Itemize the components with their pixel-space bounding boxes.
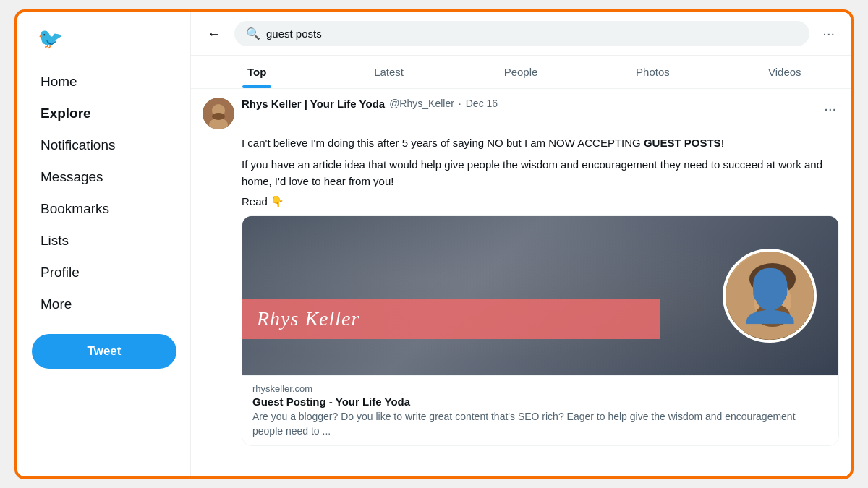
back-button[interactable]: ← <box>203 21 226 46</box>
tweet-body-bold: GUEST POSTS <box>644 137 721 149</box>
twitter-logo-icon: 🐦 <box>32 27 176 51</box>
svg-point-5 <box>749 263 796 295</box>
tweet-body-end: ! <box>721 137 724 149</box>
tweet-more-button[interactable]: ··· <box>821 98 839 120</box>
svg-point-8 <box>762 294 768 301</box>
sidebar: 🐦 Home Explore Notifications Messages Bo… <box>17 12 191 476</box>
card-name-banner: Rhys Keller <box>242 299 660 339</box>
app-container: 🐦 Home Explore Notifications Messages Bo… <box>14 9 854 479</box>
sidebar-item-explore[interactable]: Explore <box>32 98 176 129</box>
svg-point-3 <box>212 113 225 120</box>
author-handle: @Rhys_Keller <box>389 98 454 109</box>
tweet-date: Dec 16 <box>466 98 498 109</box>
tweet-header: Rhys Keller | Your Life Yoda @Rhys_Kelle… <box>203 98 839 129</box>
card-title: Guest Posting - Your Life Yoda <box>252 395 828 408</box>
portrait-face <box>726 252 814 340</box>
tweet-button[interactable]: Tweet <box>32 334 176 369</box>
search-icon: 🔍 <box>246 27 260 40</box>
tweet-read-more: Read 👇 <box>242 195 839 208</box>
tab-top[interactable]: Top <box>191 56 323 88</box>
tab-people[interactable]: People <box>455 56 587 88</box>
card-footer: rhyskeller.com Guest Posting - Your Life… <box>242 375 838 445</box>
tweet-meta: Rhys Keller | Your Life Yoda @Rhys_Kelle… <box>242 98 814 110</box>
tweet-card: Rhys Keller | Your Life Yoda @Rhys_Kelle… <box>191 89 851 456</box>
dot-separator: · <box>459 98 461 109</box>
tabs-row: Top Latest People Photos Videos <box>191 56 851 89</box>
tab-photos[interactable]: Photos <box>587 56 718 88</box>
card-portrait <box>723 249 817 343</box>
tweet-body-line2: If you have an article idea that would h… <box>242 157 839 189</box>
sidebar-item-lists[interactable]: Lists <box>32 226 176 256</box>
tweet-body-text-start: I can't believe I'm doing this after 5 y… <box>242 137 644 149</box>
svg-point-6 <box>754 279 791 322</box>
card-domain: rhyskeller.com <box>252 383 828 394</box>
tweet-body-line1: I can't believe I'm doing this after 5 y… <box>242 135 839 152</box>
sidebar-item-bookmarks[interactable]: Bookmarks <box>32 194 176 224</box>
link-card[interactable]: Rhys Keller <box>242 215 839 446</box>
svg-point-7 <box>755 304 790 327</box>
tab-latest[interactable]: Latest <box>323 56 454 88</box>
avatar-image <box>203 98 234 129</box>
tweet-author-line: Rhys Keller | Your Life Yoda @Rhys_Kelle… <box>242 98 814 110</box>
avatar <box>203 98 234 129</box>
card-image: Rhys Keller <box>242 216 838 375</box>
more-options-button[interactable]: ··· <box>818 21 839 46</box>
svg-point-10 <box>770 302 775 308</box>
card-description: Are you a blogger? Do you like to write … <box>252 410 828 438</box>
sidebar-item-messages[interactable]: Messages <box>32 162 176 192</box>
search-query-text: guest posts <box>266 27 322 40</box>
author-name: Rhys Keller | Your Life Yoda <box>242 98 385 110</box>
sidebar-item-notifications[interactable]: Notifications <box>32 130 176 160</box>
main-content: ← 🔍 guest posts ··· Top Latest People Ph… <box>191 12 851 476</box>
search-input-wrap[interactable]: 🔍 guest posts <box>234 21 809 46</box>
tab-videos[interactable]: Videos <box>719 56 851 88</box>
sidebar-item-home[interactable]: Home <box>32 67 176 97</box>
search-bar-row: ← 🔍 guest posts ··· <box>191 12 851 56</box>
svg-point-9 <box>777 294 783 301</box>
sidebar-item-profile[interactable]: Profile <box>32 257 176 288</box>
sidebar-item-more[interactable]: More <box>32 289 176 320</box>
